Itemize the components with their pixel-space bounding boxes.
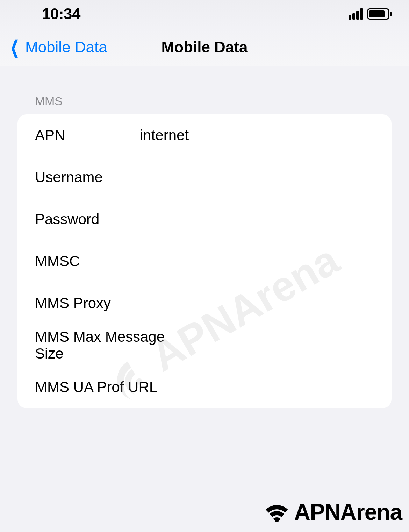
row-password[interactable]: Password: [17, 198, 392, 240]
content-area: MMS APN Username Password MMSC MMS Proxy…: [0, 66, 409, 408]
label-username: Username: [35, 169, 140, 186]
navigation-bar: ❮ Mobile Data Mobile Data: [0, 28, 409, 66]
status-right-icons: [349, 8, 392, 20]
row-username[interactable]: Username: [17, 156, 392, 198]
label-mms-proxy: MMS Proxy: [35, 295, 140, 312]
input-apn[interactable]: [140, 127, 392, 144]
page-title: Mobile Data: [162, 38, 248, 56]
chevron-left-icon: ❮: [10, 37, 19, 58]
back-button[interactable]: ❮ Mobile Data: [0, 37, 107, 58]
section-header-mms: MMS: [17, 84, 392, 114]
input-username[interactable]: [140, 169, 392, 186]
status-time: 10:34: [42, 5, 80, 23]
signal-icon: [349, 8, 363, 20]
footer-logo: APNArena: [261, 499, 402, 525]
input-mmsc[interactable]: [140, 253, 392, 270]
row-apn[interactable]: APN: [17, 114, 392, 156]
input-mms-proxy[interactable]: [140, 295, 392, 312]
row-mms-ua-prof[interactable]: MMS UA Prof URL: [17, 366, 392, 408]
input-password[interactable]: [140, 211, 392, 228]
row-mms-max-size[interactable]: MMS Max Message Size: [17, 324, 392, 366]
label-mms-max-size: MMS Max Message Size: [35, 328, 193, 362]
input-mms-ua-prof[interactable]: [157, 379, 392, 396]
status-bar: 10:34: [0, 0, 409, 28]
label-mmsc: MMSC: [35, 253, 140, 270]
footer-logo-text: APNArena: [294, 499, 402, 525]
back-label: Mobile Data: [25, 38, 107, 56]
settings-group-mms: APN Username Password MMSC MMS Proxy MMS…: [17, 114, 392, 408]
row-mmsc[interactable]: MMSC: [17, 240, 392, 282]
battery-icon: [367, 8, 392, 20]
wifi-icon: [261, 500, 293, 524]
row-mms-proxy[interactable]: MMS Proxy: [17, 282, 392, 324]
label-mms-ua-prof: MMS UA Prof URL: [35, 379, 157, 396]
label-apn: APN: [35, 127, 140, 144]
label-password: Password: [35, 211, 140, 228]
input-mms-max-size[interactable]: [193, 337, 392, 354]
